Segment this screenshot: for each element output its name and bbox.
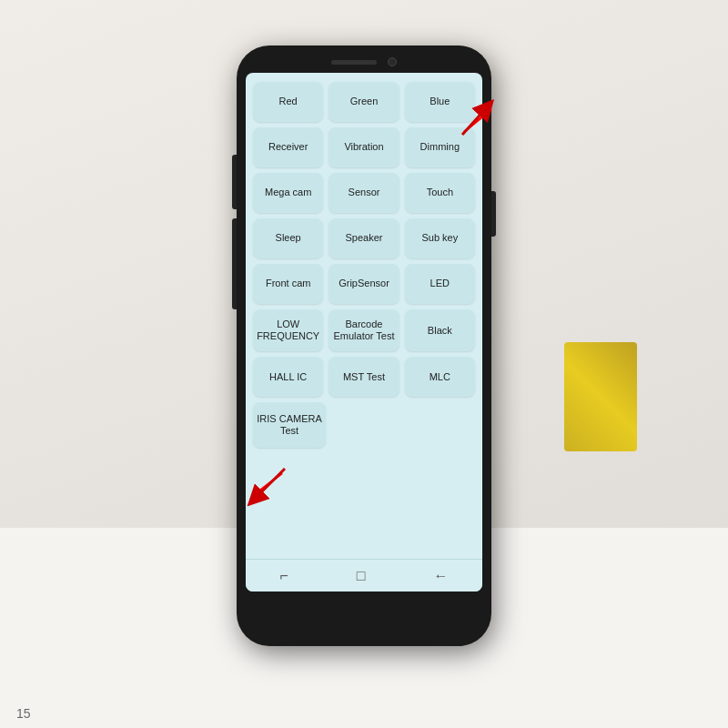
button-row-7: HALL IC MST Test MLC — [253, 357, 475, 397]
btn-mst[interactable]: MST Test — [329, 357, 399, 397]
btn-grip-sensor[interactable]: GripSensor — [329, 264, 399, 304]
button-row-4: Sleep Speaker Sub key — [253, 218, 475, 258]
back-icon[interactable]: ← — [433, 568, 448, 584]
button-row-1: Red Green Blue — [253, 82, 475, 122]
btn-low-freq[interactable]: LOWFREQUENCY — [253, 309, 323, 351]
btn-blue[interactable]: Blue — [405, 82, 475, 122]
btn-sleep[interactable]: Sleep — [253, 218, 323, 258]
button-row-5: Front cam GripSensor LED — [253, 264, 475, 304]
button-row-3: Mega cam Sensor Touch — [253, 173, 475, 213]
phone-top-bar — [237, 46, 491, 73]
button-row-2: Receiver Vibration Dimming — [253, 127, 475, 167]
home-icon[interactable]: □ — [357, 568, 366, 584]
page-number: 15 — [16, 706, 31, 721]
btn-mega-cam[interactable]: Mega cam — [253, 173, 323, 213]
btn-green[interactable]: Green — [329, 82, 399, 122]
button-row-8: IRIS CAMERATest — [253, 402, 475, 448]
btn-iris-camera[interactable]: IRIS CAMERATest — [253, 402, 326, 448]
button-row-6: LOWFREQUENCY BarcodeEmulator Test Black — [253, 309, 475, 351]
recent-apps-icon[interactable]: ⌐ — [279, 568, 288, 584]
phone-device: Red Green Blue Receiver Vibration Dimmin… — [237, 46, 491, 646]
btn-receiver[interactable]: Receiver — [253, 127, 323, 167]
earpiece-speaker — [331, 60, 377, 65]
btn-front-cam[interactable]: Front cam — [253, 264, 323, 304]
btn-sub-key[interactable]: Sub key — [405, 218, 475, 258]
btn-sensor[interactable]: Sensor — [329, 173, 399, 213]
navigation-bar: ⌐ □ ← — [246, 559, 482, 592]
btn-red[interactable]: Red — [253, 82, 323, 122]
btn-vibration[interactable]: Vibration — [329, 127, 399, 167]
btn-mlc[interactable]: MLC — [405, 357, 475, 397]
flex-cable — [564, 342, 637, 451]
btn-led[interactable]: LED — [405, 264, 475, 304]
btn-dimming[interactable]: Dimming — [405, 127, 475, 167]
app-content: Red Green Blue Receiver Vibration Dimmin… — [246, 73, 482, 559]
btn-speaker[interactable]: Speaker — [329, 218, 399, 258]
front-camera — [388, 57, 397, 66]
btn-black[interactable]: Black — [405, 309, 475, 351]
btn-barcode[interactable]: BarcodeEmulator Test — [329, 309, 399, 351]
btn-touch[interactable]: Touch — [405, 173, 475, 213]
btn-hall-ic[interactable]: HALL IC — [253, 357, 323, 397]
phone-screen: Red Green Blue Receiver Vibration Dimmin… — [246, 73, 482, 592]
photo-background: Red Green Blue Receiver Vibration Dimmin… — [0, 0, 728, 728]
